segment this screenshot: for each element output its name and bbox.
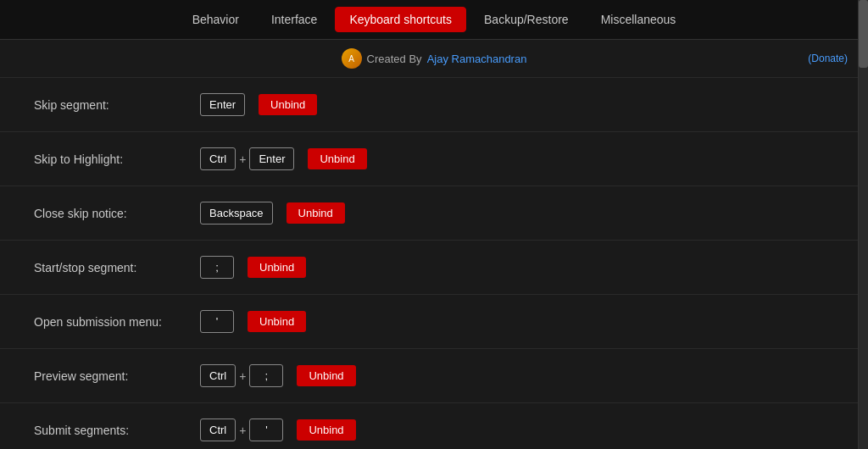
shortcut-label-start-stop-segment: Start/stop segment:: [34, 261, 186, 274]
tab-keyboard-shortcuts[interactable]: Keyboard shortcuts: [335, 7, 466, 32]
creator-prefix: Created By: [367, 53, 422, 65]
key-enter-2[interactable]: Enter: [249, 147, 294, 170]
creator-name-link[interactable]: Ajay Ramachandran: [427, 53, 527, 65]
shortcut-label-open-submission-menu: Open submission menu:: [34, 315, 186, 329]
shortcut-label-preview-segment: Preview segment:: [34, 369, 186, 383]
key-group-start-stop-segment: ;: [200, 256, 234, 279]
key-ctrl-3[interactable]: Ctrl: [200, 419, 236, 441]
unbind-button-start-stop-segment[interactable]: Unbind: [248, 257, 306, 278]
unbind-button-submit-segments[interactable]: Unbind: [297, 419, 355, 441]
key-group-open-submission-menu: ': [200, 310, 234, 333]
shortcut-row-preview-segment: Preview segment: Ctrl + ; Unbind: [0, 349, 868, 403]
shortcut-row-skip-to-highlight: Skip to Highlight: Ctrl + Enter Unbind: [0, 132, 868, 186]
unbind-button-open-submission-menu[interactable]: Unbind: [248, 311, 306, 332]
key-semicolon-2[interactable]: ;: [249, 364, 283, 387]
scrollbar[interactable]: [858, 0, 868, 449]
key-apostrophe[interactable]: ': [200, 310, 234, 333]
nav-bar: Behavior Interface Keyboard shortcuts Ba…: [0, 0, 868, 40]
key-ctrl-1[interactable]: Ctrl: [200, 147, 236, 170]
key-group-submit-segments: Ctrl + ': [200, 419, 283, 441]
unbind-button-skip-segment[interactable]: Unbind: [259, 94, 317, 115]
tab-interface[interactable]: Interface: [257, 7, 331, 32]
key-ctrl-2[interactable]: Ctrl: [200, 364, 236, 387]
key-semicolon[interactable]: ;: [200, 256, 234, 279]
key-backspace[interactable]: Backspace: [200, 202, 273, 224]
tab-miscellaneous[interactable]: Miscellaneous: [587, 7, 691, 32]
unbind-button-skip-to-highlight[interactable]: Unbind: [308, 148, 366, 169]
key-apostrophe-2[interactable]: ': [249, 419, 283, 441]
key-group-skip-to-highlight: Ctrl + Enter: [200, 147, 294, 170]
shortcut-label-skip-segment: Skip segment:: [34, 98, 186, 112]
key-enter[interactable]: Enter: [200, 93, 245, 116]
key-group-skip-segment: Enter: [200, 93, 245, 116]
shortcut-row-start-stop-segment: Start/stop segment: ; Unbind: [0, 241, 868, 295]
plus-icon-1: +: [239, 152, 246, 166]
shortcuts-content: Skip segment: Enter Unbind Skip to Highl…: [0, 78, 868, 449]
shortcut-label-submit-segments: Submit segments:: [34, 424, 186, 437]
unbind-button-preview-segment[interactable]: Unbind: [297, 365, 355, 386]
creator-avatar: A: [342, 48, 362, 69]
shortcut-row-submit-segments: Submit segments: Ctrl + ' Unbind: [0, 403, 868, 449]
scrollbar-thumb[interactable]: [859, 0, 868, 68]
key-group-preview-segment: Ctrl + ;: [200, 364, 283, 387]
plus-icon-2: +: [239, 369, 246, 383]
shortcut-row-skip-segment: Skip segment: Enter Unbind: [0, 78, 868, 132]
shortcut-row-close-skip-notice: Close skip notice: Backspace Unbind: [0, 186, 868, 241]
unbind-button-close-skip-notice[interactable]: Unbind: [287, 202, 345, 224]
donate-link[interactable]: (Donate): [808, 53, 848, 64]
shortcut-label-skip-to-highlight: Skip to Highlight:: [34, 152, 186, 166]
plus-icon-3: +: [239, 424, 246, 437]
key-group-close-skip-notice: Backspace: [200, 202, 273, 224]
tab-backup-restore[interactable]: Backup/Restore: [470, 7, 583, 32]
tab-behavior[interactable]: Behavior: [178, 7, 253, 32]
shortcut-row-open-submission-menu: Open submission menu: ' Unbind: [0, 295, 868, 349]
shortcut-label-close-skip-notice: Close skip notice:: [34, 207, 186, 220]
creator-bar: A Created By Ajay Ramachandran (Donate): [0, 40, 868, 78]
